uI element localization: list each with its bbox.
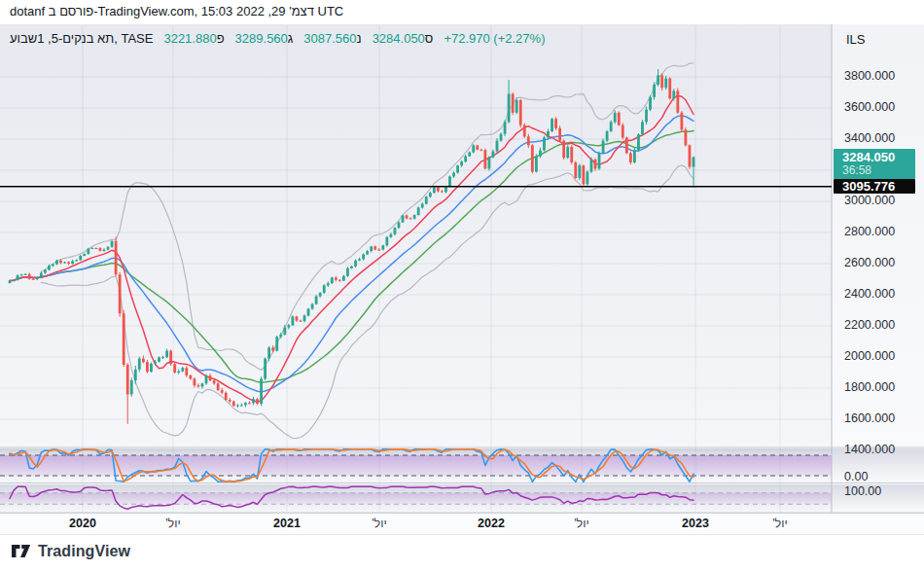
high-label: ג bbox=[288, 31, 294, 46]
price-tick-label: 3600.000 bbox=[844, 100, 922, 114]
price-tick-label: 2200.000 bbox=[844, 318, 922, 332]
time-tick-label: יול' bbox=[350, 517, 409, 530]
low-label: נ bbox=[357, 31, 362, 46]
last-price-badge: 3284.050 36:58 bbox=[834, 149, 915, 179]
ohlc-high: ג3289.560 bbox=[235, 31, 294, 46]
time-tick-label: 2023 bbox=[666, 517, 725, 530]
ohlc-close: ס3284.050 bbox=[373, 31, 434, 46]
price-tick-label: 2000.000 bbox=[844, 349, 922, 363]
last-price-value: 3284.050 bbox=[842, 150, 915, 164]
close-value: 3284.050 bbox=[373, 31, 425, 46]
time-tick-label: יול' bbox=[751, 517, 809, 530]
price-tick-label: 2600.000 bbox=[844, 256, 922, 269]
time-tick-label: יול' bbox=[144, 517, 202, 530]
ohlc-open: פ3221.880 bbox=[163, 31, 224, 46]
bar-countdown: 36:58 bbox=[842, 164, 915, 177]
tradingview-logo-text: TradingView bbox=[38, 543, 130, 560]
symbol-name-interval: תא בנקים-5, 1שבוע bbox=[10, 31, 114, 46]
bottom-bar bbox=[0, 535, 924, 571]
symbol-legend: תא בנקים-5, 1שבוע, TASE פ3221.880 ג3289.… bbox=[10, 31, 545, 46]
price-tick-label: 3000.000 bbox=[844, 194, 922, 207]
attribution-text: dotanf פורסם ב-TradingView.com, דצמ' 29,… bbox=[10, 4, 343, 18]
price-tick-label: 1400.000 bbox=[844, 443, 922, 456]
price-tick-label: 1600.000 bbox=[844, 411, 922, 425]
price-tick-label: 2800.000 bbox=[844, 225, 922, 238]
tradingview-logo-icon bbox=[12, 544, 31, 559]
time-tick-label: 2022 bbox=[462, 517, 520, 530]
price-tick-label: 3400.000 bbox=[844, 131, 922, 145]
main-chart-canvas[interactable] bbox=[0, 0, 924, 535]
time-tick-label: יול' bbox=[552, 517, 611, 530]
time-tick-label: 2021 bbox=[258, 517, 316, 530]
low-value: 3087.560 bbox=[303, 31, 356, 46]
currency-label: ILS bbox=[846, 32, 866, 47]
price-tick-label: 3800.000 bbox=[844, 69, 922, 83]
exchange-name: TASE bbox=[121, 31, 153, 46]
open-label: פ bbox=[217, 31, 225, 46]
oscillator-zero-label: 0.00 bbox=[844, 470, 868, 483]
open-value: 3221.880 bbox=[163, 31, 216, 46]
tradingview-brand-link[interactable]: TradingView bbox=[12, 543, 130, 560]
oscillator-hundred-label: 100.00 bbox=[844, 484, 881, 498]
close-label: ס bbox=[425, 31, 434, 46]
price-tick-label: 2400.000 bbox=[844, 287, 922, 301]
symbol-title: תא בנקים-5, 1שבוע, TASE bbox=[10, 31, 153, 46]
price-tick-label: 1800.000 bbox=[844, 380, 922, 394]
high-value: 3289.560 bbox=[235, 31, 288, 46]
attribution-bar: dotanf פורסם ב-TradingView.com, דצמ' 29,… bbox=[0, 0, 924, 24]
ohlc-low: נ3087.560 bbox=[303, 31, 361, 46]
change-value: +72.970 (+2.27%) bbox=[444, 31, 545, 46]
level-price-badge: 3095.776 bbox=[834, 179, 915, 194]
time-tick-label: 2020 bbox=[53, 517, 112, 530]
